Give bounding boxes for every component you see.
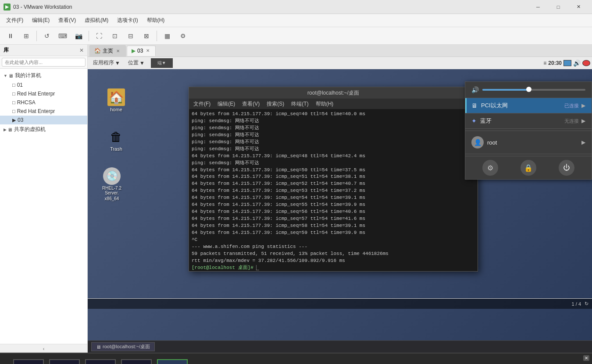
user-avatar: 👤: [471, 136, 484, 148]
revert-button[interactable]: ↺: [40, 29, 54, 43]
thumb-img-01: 01: [13, 359, 44, 364]
term-line-20: --- www.a.shifen.com ping statistics ---: [192, 244, 475, 251]
sidebar-bottom-arrow: ‹: [43, 346, 45, 351]
terminal-menubar: 文件(F) 编辑(E) 查看(V) 搜索(S) 终端(T) 帮助(H): [189, 99, 478, 109]
maximize-button[interactable]: □: [548, 0, 568, 14]
bluetooth-status: 无连接: [564, 118, 579, 124]
unity-button[interactable]: ⊡: [108, 29, 122, 43]
terminal-title: root@localhost:~/桌面: [307, 89, 359, 97]
send-key-button[interactable]: ⌨: [56, 29, 70, 43]
term-line-9: 64 bytes from 14.215.177.39: icmp_seq=50…: [192, 167, 475, 174]
sidebar-tree: ▼ 🖥 我的计算机 □ 01 □ Red Hat Enterpr □ RHCSA…: [0, 69, 87, 344]
tray-bluetooth-row[interactable]: ✦ 蓝牙 无连接 ▶: [465, 113, 592, 129]
stretch-button[interactable]: ⊠: [139, 29, 153, 43]
menu-view[interactable]: 查看(V): [54, 15, 80, 26]
tray-network-row[interactable]: 🖥 PCI以太网 已连接 ▶: [465, 98, 592, 113]
system-tray-popup: 🔊 🖥 PCI以太网 已连接 ▶: [465, 81, 592, 180]
sidebar-close-button[interactable]: ✕: [79, 47, 84, 53]
term-menu-edit[interactable]: 编辑(E): [215, 99, 238, 109]
tab-03-close[interactable]: ✕: [145, 48, 151, 53]
network-tray-icon[interactable]: [563, 60, 571, 66]
search-input[interactable]: [2, 58, 86, 67]
tab-home[interactable]: 🏠 主页 ✕: [89, 45, 126, 57]
term-menu-file[interactable]: 文件(F): [191, 99, 213, 109]
equals-icon: ≡: [543, 60, 546, 66]
sidebar-item-redhat2[interactable]: □ Red Hat Enterpr: [0, 107, 87, 116]
taskbar-terminal[interactable]: 🖥 root@localhost:~/桌面: [91, 342, 155, 351]
vm-icon-rhcsa: □: [12, 100, 15, 105]
sidebar-item-03[interactable]: ▶ 03: [0, 116, 87, 124]
window-title: 03 - VMware Workstation: [13, 4, 528, 10]
network-chevron: ▶: [581, 102, 585, 109]
power-tray-icon[interactable]: [582, 60, 590, 66]
vm-applications-btn[interactable]: 应用程序 ▼: [89, 58, 124, 67]
sidebar-item-shared[interactable]: ▶ 🖥 共享的虚拟机: [0, 124, 87, 134]
tree-label-rhcsa: RHCSA: [17, 99, 36, 106]
vm-screenshot-preview[interactable]: 端▼: [151, 58, 173, 68]
thumb-img-re1: RE -: [49, 359, 80, 364]
term-menu-help[interactable]: 帮助(H): [313, 99, 336, 109]
applications-label: 应用程序: [93, 59, 114, 67]
settings-button[interactable]: ⚙: [176, 29, 190, 43]
bluetooth-label: 蓝牙: [480, 117, 564, 125]
vm-screen[interactable]: 🏠 home 🗑 Trash 💿 RHEL-7.2 Server. x86_64…: [88, 69, 592, 353]
menu-file[interactable]: 文件(F): [2, 15, 28, 26]
vm-location-btn[interactable]: 位置 ▼: [125, 58, 148, 67]
fullscreen-button[interactable]: ⛶: [92, 29, 106, 43]
term-line-11: 64 bytes from 14.215.177.39: icmp_seq=52…: [192, 180, 475, 187]
term-menu-search[interactable]: 搜索(S): [264, 99, 287, 109]
tray-settings-btn[interactable]: ⚙: [482, 160, 498, 176]
tray-power-btn[interactable]: ⏻: [559, 160, 574, 176]
pause-button[interactable]: ⏸: [4, 29, 18, 43]
menu-help[interactable]: 帮助(H): [143, 15, 169, 26]
term-menu-view[interactable]: 查看(V): [239, 99, 262, 109]
thumb-re1[interactable]: RE - Re...: [49, 359, 80, 364]
thumb-scroll-up[interactable]: ✕: [583, 355, 589, 361]
desktop-icon-rhel[interactable]: 💿 RHEL-7.2 Server. x86_64: [96, 166, 127, 203]
minimize-button[interactable]: ─: [528, 0, 548, 14]
sidebar-item-redhat1[interactable]: □ Red Hat Enterpr: [0, 89, 87, 98]
refresh-icon[interactable]: ↻: [585, 301, 588, 307]
desktop-icon-trash[interactable]: 🗑 Trash: [101, 126, 132, 153]
snapshot-button[interactable]: ⊞: [19, 29, 33, 43]
terminal-shortcut: 端▼: [157, 60, 166, 66]
thumb-01[interactable]: 01 01: [13, 359, 44, 364]
sidebar-item-rhcsa[interactable]: □ RHCSA: [0, 98, 87, 107]
toolbar-sep-2: [89, 31, 89, 41]
thumb-rh[interactable]: RH...: [85, 359, 116, 364]
trash-icon: 🗑: [107, 128, 125, 145]
term-menu-terminal[interactable]: 终端(T): [289, 99, 311, 109]
thumb-03[interactable]: 03 03: [157, 359, 188, 364]
menu-vm[interactable]: 虚拟机(M): [80, 15, 113, 26]
location-label: 位置: [128, 59, 139, 67]
bluetooth-chevron: ▶: [581, 118, 585, 124]
console-button[interactable]: ▦: [160, 29, 174, 43]
tray-lock-btn[interactable]: 🔒: [521, 160, 536, 176]
terminal-body[interactable]: 64 bytes from 14.215.177.39: icmp_seq=40…: [189, 109, 478, 271]
tab-home-close[interactable]: ✕: [115, 48, 121, 54]
term-line-18: 64 bytes from 14.215.177.39: icmp_seq=59…: [192, 230, 475, 237]
thumb-re2[interactable]: Re...: [121, 359, 152, 364]
tab-03[interactable]: ▶ 03 ✕: [127, 46, 156, 56]
menu-edit[interactable]: 编辑(E): [28, 15, 54, 26]
desktop-icon-home[interactable]: 🏠 home: [101, 87, 132, 114]
volume-slider[interactable]: [482, 89, 585, 91]
toolbar: ⏸ ⊞ ↺ ⌨ 📷 ⛶ ⊡ ⊟ ⊠ ▦ ⚙: [0, 27, 592, 45]
sidebar-item-my-computer[interactable]: ▼ 🖥 我的计算机: [0, 71, 87, 81]
window-controls: ─ □ ✕: [528, 0, 588, 14]
term-line-10: 64 bytes from 14.215.177.39: icmp_seq=51…: [192, 173, 475, 180]
sidebar-item-01[interactable]: □ 01: [0, 81, 87, 89]
view-button[interactable]: ⊟: [124, 29, 138, 43]
taskbar-terminal-icon: 🖥: [96, 344, 101, 350]
menu-tabs[interactable]: 选项卡(I): [113, 15, 142, 26]
close-button[interactable]: ✕: [568, 0, 588, 14]
sidebar: 库 ✕ ▼ 🖥 我的计算机 □ 01 □ Red Hat Enterpr □: [0, 45, 88, 353]
screenshot-button[interactable]: 📷: [71, 29, 86, 43]
term-line-19: ^C: [192, 237, 475, 244]
sidebar-search: [0, 56, 87, 69]
tree-label-redhat2: Red Hat Enterpr: [17, 108, 55, 114]
tray-user-row[interactable]: 👤 root ▶: [465, 133, 592, 152]
taskbar-terminal-label: root@localhost:~/桌面: [103, 343, 150, 350]
sidebar-bottom[interactable]: ‹: [0, 344, 87, 353]
audio-tray-icon[interactable]: 🔊: [573, 60, 581, 67]
